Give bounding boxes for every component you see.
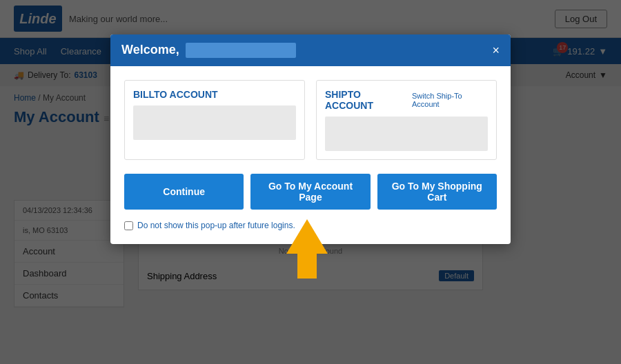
do-not-show-label: Do not show this pop-up after future log… <box>137 221 295 230</box>
arrow-annotation <box>286 219 328 279</box>
arrow-shaft <box>297 254 317 279</box>
modal-header: Welcome, × <box>110 34 511 66</box>
do-not-show-checkbox[interactable] <box>124 221 133 230</box>
modal-buttons-row: Continue Go To My Account Page Go To My … <box>124 174 497 210</box>
billto-placeholder <box>133 105 296 140</box>
modal-close-button[interactable]: × <box>492 44 500 57</box>
go-to-cart-button[interactable]: Go To My Shopping Cart <box>377 174 497 210</box>
shipto-title: SHIPTO ACCOUNT Switch Ship-To Account <box>325 89 488 111</box>
modal-title: Welcome, <box>121 43 296 58</box>
continue-button[interactable]: Continue <box>124 174 244 210</box>
welcome-modal: Welcome, × BILLTO ACCOUNT SHIPTO ACCOUNT… <box>110 34 511 244</box>
billto-title: BILLTO ACCOUNT <box>133 89 296 100</box>
arrow-up-shape <box>286 219 328 254</box>
go-to-account-button[interactable]: Go To My Account Page <box>250 174 370 210</box>
billto-account-box: BILLTO ACCOUNT <box>124 80 305 160</box>
switch-ship-to-link[interactable]: Switch Ship-To Account <box>412 92 488 108</box>
modal-username-display <box>186 43 296 58</box>
modal-body: BILLTO ACCOUNT SHIPTO ACCOUNT Switch Shi… <box>110 66 511 244</box>
accounts-section: BILLTO ACCOUNT SHIPTO ACCOUNT Switch Shi… <box>124 80 497 160</box>
shipto-account-box: SHIPTO ACCOUNT Switch Ship-To Account <box>316 80 497 160</box>
shipto-placeholder <box>325 117 488 151</box>
